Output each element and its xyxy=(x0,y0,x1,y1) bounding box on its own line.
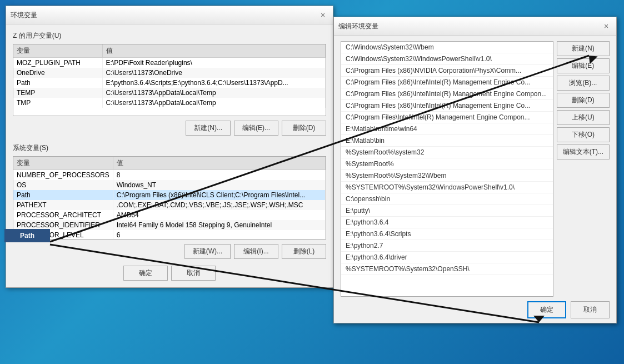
edit-list-item[interactable]: C:\openssh\bin xyxy=(341,193,553,205)
user-new-button[interactable]: 新建(N)... xyxy=(186,121,231,136)
edit-list-item[interactable]: E:\python3.6.4\driver xyxy=(341,252,553,263)
sys-table-row[interactable]: NUMBER_OF_PROCESSORS8 xyxy=(13,170,326,181)
user-table-val-cell: C:\Users\11373\OneDrive xyxy=(102,68,326,78)
edit-list-item[interactable]: C:\Program Files\Intel\Intel(R) Manageme… xyxy=(341,112,553,123)
edit-list-item[interactable]: E:\putty\ xyxy=(341,205,553,217)
sys-table-var-cell: Path xyxy=(13,190,113,200)
main-dialog-title: 环境变量 xyxy=(11,11,37,20)
main-dialog-titlebar: 环境变量 × xyxy=(6,6,333,24)
edit-delete-button[interactable]: 删除(D) xyxy=(557,93,610,108)
user-table-col2: 值 xyxy=(102,44,326,58)
edit-dialog-body: C:\Windows\System32\WbemC:\Windows\Syste… xyxy=(334,41,616,323)
sys-table-var-cell: PROCESSOR_ARCHITECT xyxy=(13,210,113,220)
edit-list-item[interactable]: %SystemRoot%\system32 xyxy=(341,147,553,158)
edit-list-item[interactable]: E:\python3.6.4 xyxy=(341,217,553,228)
edit-bottom-buttons: 确定 取消 xyxy=(334,297,616,323)
sys-table-row[interactable]: PROCESSOR_LEVEL6 xyxy=(13,230,326,240)
edit-move-down-button[interactable]: 下移(O) xyxy=(557,127,610,142)
user-delete-button[interactable]: 删除(D) xyxy=(282,121,326,136)
edit-cancel-button[interactable]: 取消 xyxy=(571,301,610,318)
edit-dialog-title: 编辑环境变量 xyxy=(338,22,378,31)
edit-move-up-button[interactable]: 上移(U) xyxy=(557,110,610,125)
user-table-val-cell: E:\python3.6.4\Scripts;E:\python3.6.4;C:… xyxy=(102,78,326,88)
sys-table-val-cell: 8 xyxy=(113,170,325,181)
sys-variables-table-container[interactable]: 变量 值 NUMBER_OF_PROCESSORS8OSWindows_NTPa… xyxy=(13,156,326,240)
user-edit-button[interactable]: 编辑(E)... xyxy=(234,121,278,136)
sys-table-row[interactable]: PROCESSOR_ARCHITECTAMD64 xyxy=(13,210,326,220)
edit-content-area: C:\Windows\System32\WbemC:\Windows\Syste… xyxy=(341,41,610,297)
sys-table-row[interactable]: OSWindows_NT xyxy=(13,180,326,190)
user-table-val-cell: E:\PDF\Foxit Reader\plugins\ xyxy=(102,58,326,68)
main-cancel-button[interactable]: 取消 xyxy=(171,266,216,281)
main-confirm-button[interactable]: 确定 xyxy=(123,266,168,281)
edit-list-item[interactable]: C:\Program Files (x86)\Intel\Intel(R) Ma… xyxy=(341,100,553,112)
user-table-var-cell: MOZ_PLUGIN_PATH xyxy=(13,58,102,68)
edit-dialog-titlebar: 编辑环境变量 × xyxy=(334,17,616,36)
sys-table-var-cell: NUMBER_OF_PROCESSORS xyxy=(13,170,113,181)
edit-list-item[interactable]: E:\Matlab\bin xyxy=(341,135,553,147)
main-dialog: 环境变量 × Z 的用户变量(U) 变量 值 MOZ_PLUGIN_PATHE:… xyxy=(6,6,333,288)
sys-table-row[interactable]: PROCESSOR_IDENTIFIERIntel64 Family 6 Mod… xyxy=(13,220,326,230)
edit-list-item[interactable]: E:\python2.7 xyxy=(341,240,553,252)
sys-table-val-cell: .COM;.EXE;.BAT;.CMD;.VBS;.VBE;.JS;.JSE;.… xyxy=(113,200,325,210)
edit-browse-button[interactable]: 浏览(B)... xyxy=(557,76,610,91)
user-variables-table-container[interactable]: 变量 值 MOZ_PLUGIN_PATHE:\PDF\Foxit Reader\… xyxy=(13,44,326,116)
user-table-var-cell: OneDrive xyxy=(13,68,102,78)
edit-dialog-close-button[interactable]: × xyxy=(601,21,612,32)
sys-table-var-cell: PATHEXT xyxy=(13,200,113,210)
edit-list-item[interactable]: E:\Matlab\runtime\win64 xyxy=(341,123,553,135)
edit-list-item[interactable]: %SYSTEMROOT%\System32\OpenSSH\ xyxy=(341,263,553,275)
sys-table-val-cell: Windows_NT xyxy=(113,180,325,190)
edit-list-item[interactable]: %SYSTEMROOT%\System32\WindowsPowerShell\… xyxy=(341,182,553,193)
edit-edit-button[interactable]: 编辑(E) xyxy=(557,58,610,73)
user-table-var-cell: TEMP xyxy=(13,88,102,98)
sys-table-row[interactable]: PATHEXT.COM;.EXE;.BAT;.CMD;.VBS;.VBE;.JS… xyxy=(13,200,326,210)
edit-list-item[interactable]: C:\Windows\System32\Wbem xyxy=(341,42,553,53)
user-table-row[interactable]: OneDriveC:\Users\11373\OneDrive xyxy=(13,68,326,78)
user-section-label: Z 的用户变量(U) xyxy=(13,31,326,41)
user-table-row[interactable]: TMPC:\Users\11373\AppData\Local\Temp xyxy=(13,98,326,108)
user-table-row[interactable]: PathE:\python3.6.4\Scripts;E:\python3.6.… xyxy=(13,78,326,88)
user-table-val-cell: C:\Users\11373\AppData\Local\Temp xyxy=(102,88,326,98)
edit-paths-list[interactable]: C:\Windows\System32\WbemC:\Windows\Syste… xyxy=(341,41,553,297)
user-table-row[interactable]: MOZ_PLUGIN_PATHE:\PDF\Foxit Reader\plugi… xyxy=(13,58,326,68)
user-table-var-cell: Path xyxy=(13,78,102,88)
sys-table-val-cell: AMD64 xyxy=(113,210,325,220)
sys-table-val-cell: Intel64 Family 6 Model 158 Stepping 9, G… xyxy=(113,220,325,230)
sys-edit-button[interactable]: 编辑(I)... xyxy=(234,244,278,259)
sys-section-label: 系统变量(S) xyxy=(13,143,326,153)
edit-list-item[interactable]: %SystemRoot% xyxy=(341,158,553,170)
sys-table-row[interactable]: PathC:\Program Files (x86)\Intel\iCLS Cl… xyxy=(13,190,326,200)
user-table-row[interactable]: TEMPC:\Users\11373\AppData\Local\Temp xyxy=(13,88,326,98)
main-bottom-buttons: 确定 取消 xyxy=(13,266,326,281)
sys-table-var-cell: OS xyxy=(13,180,113,190)
sys-table-col1: 变量 xyxy=(13,157,113,170)
sys-delete-button[interactable]: 删除(L) xyxy=(282,244,326,259)
sys-table-col2: 值 xyxy=(113,157,325,170)
edit-list-item[interactable]: E:\python3.6.4\Scripts xyxy=(341,228,553,240)
user-table-var-cell: TMP xyxy=(13,98,102,108)
edit-list-item[interactable]: C:\Program Files (x86)\Intel\Intel(R) Ma… xyxy=(341,88,553,100)
sys-new-button[interactable]: 新建(W)... xyxy=(184,244,231,259)
main-dialog-close-button[interactable]: × xyxy=(317,9,328,21)
sys-variables-table: 变量 值 NUMBER_OF_PROCESSORS8OSWindows_NTPa… xyxy=(13,157,326,240)
edit-list-item[interactable]: C:\Program Files (x86)\Intel\Intel(R) Ma… xyxy=(341,77,553,88)
edit-right-buttons: 新建(N) 编辑(E) 浏览(B)... 删除(D) 上移(U) 下移(O) 编… xyxy=(557,41,610,297)
sys-table-val-cell: C:\Program Files (x86)\Intel\iCLS Client… xyxy=(113,190,325,200)
user-variables-table: 变量 值 MOZ_PLUGIN_PATHE:\PDF\Foxit Reader\… xyxy=(13,44,326,108)
edit-list-item[interactable]: C:\Windows\System32\WindowsPowerShell\v1… xyxy=(341,53,553,65)
edit-dialog: 编辑环境变量 × C:\Windows\System32\WbemC:\Wind… xyxy=(333,17,617,323)
edit-list-item[interactable]: C:\Program Files (x86)\NVIDIA Corporatio… xyxy=(341,65,553,77)
edit-edit-text-button[interactable]: 编辑文本(T)... xyxy=(557,144,610,159)
sys-table-val-cell: 6 xyxy=(113,230,325,240)
edit-new-button[interactable]: 新建(N) xyxy=(557,41,610,56)
user-table-col1: 变量 xyxy=(13,44,102,58)
main-dialog-body: Z 的用户变量(U) 变量 值 MOZ_PLUGIN_PATHE:\PDF\Fo… xyxy=(6,24,333,287)
path-highlight-box: Path xyxy=(4,229,50,242)
user-table-val-cell: C:\Users\11373\AppData\Local\Temp xyxy=(102,98,326,108)
user-buttons-row: 新建(N)... 编辑(E)... 删除(D) xyxy=(13,121,326,136)
sys-buttons-row: 新建(W)... 编辑(I)... 删除(L) xyxy=(13,244,326,259)
edit-list-item[interactable]: %SystemRoot%\System32\Wbem xyxy=(341,170,553,182)
edit-confirm-button[interactable]: 确定 xyxy=(527,301,566,318)
